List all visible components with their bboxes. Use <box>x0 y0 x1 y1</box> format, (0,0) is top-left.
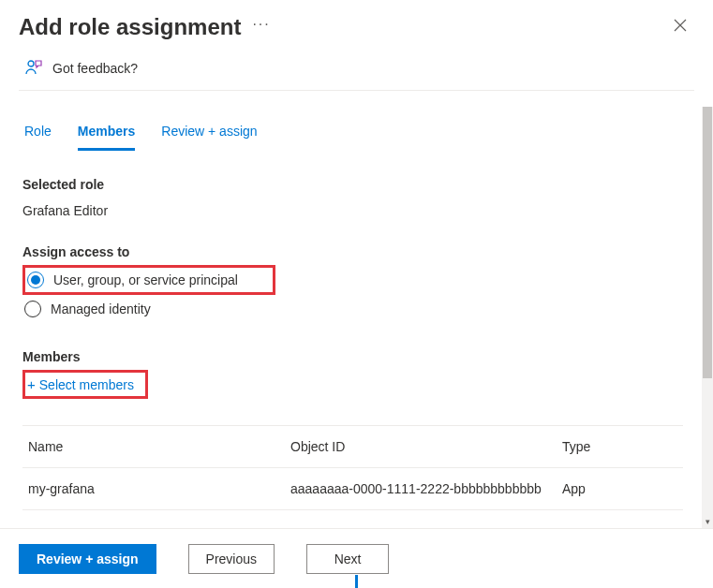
assign-access-heading: Assign access to <box>22 244 683 259</box>
column-header-name[interactable]: Name <box>28 439 290 454</box>
members-table-header: Name Object ID Type <box>22 425 683 468</box>
radio-user-group-service-principal[interactable]: User, group, or service principal <box>25 268 267 292</box>
more-menu-ellipsis[interactable]: ··· <box>252 16 270 33</box>
review-assign-button[interactable]: Review + assign <box>19 544 156 574</box>
tab-review-assign[interactable]: Review + assign <box>161 124 257 151</box>
scrollbar-arrow-down-icon[interactable]: ▾ <box>702 515 713 528</box>
plus-icon: + <box>27 376 36 392</box>
tabs: Role Members Review + assign <box>22 107 683 151</box>
tab-members[interactable]: Members <box>78 124 135 151</box>
radio-label: Managed identity <box>51 301 151 316</box>
divider <box>19 90 694 91</box>
focus-indicator <box>355 575 358 588</box>
radio-indicator-selected <box>27 272 44 288</box>
radio-label: User, group, or service principal <box>53 272 238 287</box>
got-feedback-link[interactable]: Got feedback? <box>0 50 713 90</box>
next-button[interactable]: Next <box>306 544 389 574</box>
members-table: Name Object ID Type my-grafana aaaaaaaa-… <box>22 425 683 510</box>
close-icon[interactable] <box>666 13 694 40</box>
column-header-object-id[interactable]: Object ID <box>290 439 562 454</box>
radio-indicator-unselected <box>24 301 41 317</box>
select-members-link[interactable]: + Select members <box>25 373 140 396</box>
page-title: Add role assignment <box>19 14 241 40</box>
vertical-scrollbar[interactable]: ▴ ▾ <box>702 107 713 528</box>
cell-type: App <box>562 481 677 496</box>
table-row[interactable]: my-grafana aaaaaaaa-0000-1111-2222-bbbbb… <box>22 468 683 510</box>
radio-managed-identity[interactable]: Managed identity <box>22 295 153 323</box>
members-heading: Members <box>22 349 683 364</box>
cell-name: my-grafana <box>28 481 290 496</box>
highlight-select-members: + Select members <box>22 370 148 399</box>
svg-point-0 <box>28 61 34 66</box>
select-members-label: Select members <box>39 377 134 392</box>
content-scroll-region: Role Members Review + assign Selected ro… <box>0 107 702 528</box>
selected-role-value: Grafana Editor <box>22 203 683 218</box>
selected-role-heading: Selected role <box>22 177 683 192</box>
scrollbar-thumb[interactable] <box>703 107 712 378</box>
feedback-person-icon <box>24 57 43 79</box>
assign-access-radio-group: User, group, or service principal Manage… <box>22 265 683 323</box>
column-header-type[interactable]: Type <box>562 439 677 454</box>
cell-object-id: aaaaaaaa-0000-1111-2222-bbbbbbbbbbbb <box>290 481 562 496</box>
got-feedback-label: Got feedback? <box>52 61 138 76</box>
highlight-user-group-principal: User, group, or service principal <box>22 265 275 295</box>
previous-button[interactable]: Previous <box>188 544 275 574</box>
tab-role[interactable]: Role <box>24 124 52 151</box>
